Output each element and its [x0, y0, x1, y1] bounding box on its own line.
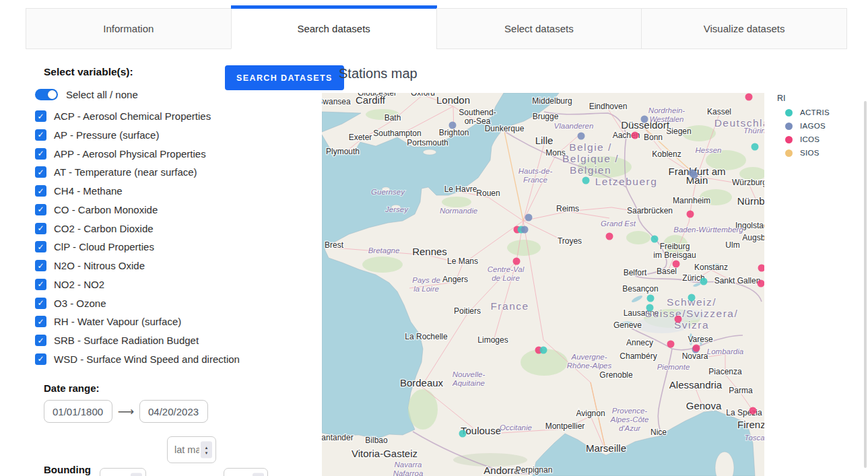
map-label-belgie-: Belgie /Belgique /Belgien: [562, 141, 619, 176]
variable-row-n2o[interactable]: ✓N2O - Nitrous Oxide: [35, 259, 276, 273]
legend-item-sios[interactable]: SIOS: [785, 149, 850, 157]
map-label-geneve: Geneve: [613, 320, 642, 330]
station-dot-icos[interactable]: [673, 261, 680, 268]
search-filters-panel: Select variable(s): Select all / none ✓A…: [34, 66, 276, 476]
station-dot-icos[interactable]: [693, 345, 700, 352]
station-dot-icos[interactable]: [758, 280, 765, 287]
variable-row-clp[interactable]: ✓ClP - Cloud Properties: [35, 240, 276, 254]
map-label-bath: Bath: [385, 113, 401, 123]
station-dot-icos[interactable]: [687, 211, 694, 218]
station-dot-icos[interactable]: [675, 316, 682, 323]
lon-max-stepper[interactable]: ▴▾: [253, 473, 264, 476]
tab-select-datasets[interactable]: Select datasets: [436, 8, 642, 49]
station-dot-iagos[interactable]: [691, 172, 698, 179]
map-label-la-spezia: La Spezia: [726, 408, 762, 417]
tab-search-datasets[interactable]: Search datasets: [231, 8, 437, 49]
variable-checkbox[interactable]: ✓: [35, 298, 46, 309]
legend-item-icos[interactable]: ICOS: [785, 135, 850, 143]
station-dot-icos[interactable]: [513, 258, 521, 265]
station-dot-actris[interactable]: [688, 294, 696, 302]
station-dot-actris[interactable]: [647, 295, 655, 302]
map-label-occitanie: Occitanie: [500, 423, 532, 432]
variable-checkbox[interactable]: ✓: [35, 129, 46, 141]
map-label-perpignan: Perpignan: [516, 465, 553, 475]
station-dot-actris[interactable]: [651, 236, 659, 243]
station-dot-iagos[interactable]: [578, 133, 585, 140]
tab-bar: InformationSearch datasetsSelect dataset…: [26, 8, 847, 49]
station-dot-icos[interactable]: [749, 407, 757, 415]
station-dot-actris[interactable]: [646, 304, 654, 312]
search-datasets-button[interactable]: SEARCH DATASETS: [225, 65, 344, 90]
map-label-le-mans: Le Mans: [447, 257, 478, 266]
station-dot-actris[interactable]: [459, 430, 467, 438]
tab-information[interactable]: Information: [26, 8, 232, 49]
tab-visualize-datasets[interactable]: Visualize datasets: [641, 8, 847, 49]
variable-checkbox[interactable]: ✓: [35, 335, 46, 346]
station-dot-iagos[interactable]: [641, 116, 648, 123]
date-range-row: ⟶: [44, 400, 276, 423]
map-label-auvergne-: Auvergne-Rhône-Alpes: [567, 353, 612, 370]
station-dot-actris[interactable]: [752, 143, 759, 151]
variable-checkbox[interactable]: ✓: [35, 110, 46, 122]
variable-row-app[interactable]: ✓APP - Aerosol Physical Properties: [35, 147, 276, 161]
variable-row-rh[interactable]: ✓RH - Water Vapour (surface): [35, 315, 276, 329]
variable-row-acp[interactable]: ✓ACP - Aerosol Chemical Properties: [35, 110, 276, 123]
variable-checkbox[interactable]: ✓: [35, 185, 46, 197]
iagos-color-dot: [785, 123, 793, 130]
variable-label: SRB - Surface Radiation Budget: [54, 334, 199, 347]
variable-checkbox[interactable]: ✓: [35, 223, 46, 234]
station-dot-icos[interactable]: [667, 341, 675, 348]
bounding-box-label: Bounding box:: [44, 463, 102, 476]
station-dot-actris[interactable]: [540, 347, 547, 354]
lat-max-stepper[interactable]: ▴▾: [201, 442, 212, 458]
station-dot-icos[interactable]: [606, 233, 613, 240]
variable-row-no2[interactable]: ✓NO2 - NO2: [35, 278, 276, 292]
map-label-freiburg: Freiburgim Breisgau: [653, 242, 696, 260]
station-dot-actris[interactable]: [582, 177, 590, 184]
variable-row-ap[interactable]: ✓AP - Pressure (surface): [35, 129, 276, 142]
date-end-input[interactable]: [139, 400, 208, 423]
station-dot-actris[interactable]: [700, 278, 708, 285]
station-dot-icos[interactable]: [745, 94, 753, 101]
map-label-grand-est: Grand Est: [601, 219, 636, 228]
variable-row-co2[interactable]: ✓CO2 - Carbon Dioxide: [35, 222, 276, 236]
map-label-reims: Reims: [556, 204, 579, 213]
select-all-toggle-row[interactable]: Select all / none: [35, 89, 276, 100]
station-dot-iagos[interactable]: [449, 122, 457, 129]
variable-label: CO - Carbon Monoxide: [54, 203, 158, 217]
variable-label: ClP - Cloud Properties: [54, 240, 154, 254]
variable-checkbox[interactable]: ✓: [35, 241, 46, 252]
legend-item-actris[interactable]: ACTRIS: [785, 108, 850, 116]
station-dot-iagos[interactable]: [525, 214, 533, 222]
map-label-bonn: Bonn: [644, 133, 663, 142]
variable-row-wsd[interactable]: ✓WSD - Surface Wind Speed and direction: [35, 353, 276, 366]
variable-row-ch4[interactable]: ✓CH4 - Methane: [35, 184, 276, 198]
variable-checkbox[interactable]: ✓: [35, 279, 46, 290]
map-label-limoges: Limoges: [477, 335, 508, 345]
map-label-konstanz: Konstanz: [694, 263, 728, 272]
variable-checkbox[interactable]: ✓: [35, 166, 46, 178]
date-start-input[interactable]: [44, 400, 112, 423]
variable-row-at[interactable]: ✓AT - Temperature (near surface): [35, 166, 276, 179]
page-scrollbar[interactable]: [864, 101, 867, 468]
variable-checkbox[interactable]: ✓: [35, 204, 46, 215]
select-all-toggle[interactable]: [35, 89, 58, 100]
variable-row-srb[interactable]: ✓SRB - Surface Radiation Budget: [35, 334, 276, 347]
variable-row-co[interactable]: ✓CO - Carbon Monoxide: [35, 203, 276, 217]
variable-checkbox[interactable]: ✓: [35, 260, 46, 271]
station-dot-iagos[interactable]: [521, 226, 529, 234]
map-label-augsburg: Augsburg: [742, 233, 764, 242]
variable-label: NO2 - NO2: [54, 278, 104, 292]
station-dot-icos[interactable]: [632, 132, 639, 139]
variable-row-o3[interactable]: ✓O3 - Ozone: [35, 297, 276, 310]
map-label-poitiers: Poitiers: [454, 306, 481, 316]
legend-item-iagos[interactable]: IAGOS: [785, 122, 850, 130]
stations-map[interactable]: GloucesterOxfordLondonSouthend-on-SeaCar…: [322, 93, 764, 476]
ri-legend: RI ACTRISIAGOSICOSSIOS: [776, 94, 850, 162]
variable-checkbox[interactable]: ✓: [35, 316, 46, 327]
map-label-montpellier: Montpellier: [545, 421, 585, 431]
lon-min-stepper[interactable]: ▴▾: [131, 473, 142, 476]
map-label-annecy: Annecy: [626, 338, 653, 347]
variable-checkbox[interactable]: ✓: [35, 353, 46, 365]
variable-checkbox[interactable]: ✓: [35, 148, 46, 160]
